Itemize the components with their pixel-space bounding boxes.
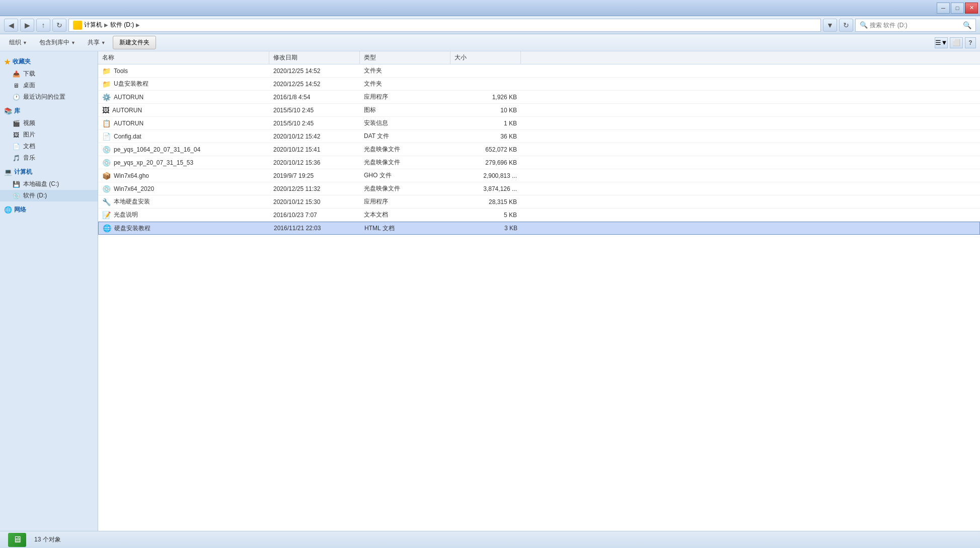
desktop-label: 桌面 (23, 81, 35, 90)
file-name-cell: ⚙️ AUTORUN (98, 91, 269, 103)
network-header[interactable]: 🌐 网络 (0, 203, 98, 216)
computer-section: 💻 计算机 💾 本地磁盘 (C:) 💿 软件 (D:) (0, 166, 98, 201)
file-icon: 📁 (102, 67, 111, 75)
refresh-addr-button[interactable]: ↻ (839, 19, 853, 32)
maximize-button[interactable]: □ (951, 3, 964, 14)
sidebar-item-videos[interactable]: 🎬 视频 (0, 117, 98, 129)
sidebar-item-software-d[interactable]: 💿 软件 (D:) (0, 190, 98, 201)
file-type-cell: 应用程序 (360, 195, 450, 208)
sidebar-item-local-c[interactable]: 💾 本地磁盘 (C:) (0, 178, 98, 190)
file-date-cell: 2016/1/8 4:54 (269, 91, 360, 103)
file-name: Win7x64_2020 (114, 185, 154, 192)
table-row[interactable]: 📋 AUTORUN 2015/5/10 2:45 安装信息 1 KB (98, 117, 980, 130)
table-row[interactable]: ⚙️ AUTORUN 2016/1/8 4:54 应用程序 1,926 KB (98, 91, 980, 104)
file-date-cell: 2020/10/12 15:42 (269, 130, 360, 143)
file-name: 硬盘安装教程 (114, 224, 150, 233)
address-arrow-2: ▶ (136, 22, 140, 28)
table-row[interactable]: 💿 pe_yqs_xp_20_07_31_15_53 2020/10/12 15… (98, 156, 980, 169)
address-dropdown-button[interactable]: ▼ (823, 19, 837, 32)
table-row[interactable]: 📄 Config.dat 2020/10/12 15:42 DAT 文件 36 … (98, 130, 980, 143)
file-type-cell: 应用程序 (360, 91, 450, 103)
file-date-cell: 2020/12/25 11:32 (269, 182, 360, 195)
file-date-cell: 2020/10/12 15:41 (269, 143, 360, 156)
file-name: U盘安装教程 (114, 80, 148, 88)
pictures-label: 图片 (23, 130, 35, 139)
table-row[interactable]: 📦 Win7x64.gho 2019/9/7 19:25 GHO 文件 2,90… (98, 169, 980, 182)
file-date-cell: 2020/12/25 14:52 (269, 78, 360, 90)
table-row[interactable]: 🌐 硬盘安装教程 2016/11/21 22:03 HTML 文档 3 KB (98, 222, 980, 235)
sidebar-item-downloads[interactable]: 📥 下载 (0, 68, 98, 80)
file-type-cell: 光盘映像文件 (360, 156, 450, 169)
file-icon: 💿 (102, 159, 111, 167)
preview-pane-button[interactable]: ⬜ (950, 37, 963, 48)
file-size-cell: 3 KB (451, 222, 521, 234)
network-section: 🌐 网络 (0, 203, 98, 216)
file-size-cell: 652,072 KB (450, 143, 521, 156)
table-row[interactable]: 🔧 本地硬盘安装 2020/10/12 15:30 应用程序 28,315 KB (98, 195, 980, 209)
view-toggle-button[interactable]: ☰▼ (935, 37, 948, 48)
computer-label: 计算机 (14, 168, 32, 176)
network-label: 网络 (14, 206, 26, 214)
file-size-cell: 279,696 KB (450, 156, 521, 169)
column-header-name[interactable]: 名称 (98, 51, 269, 64)
search-bar[interactable]: 🔍 🔍 (855, 19, 976, 32)
back-button[interactable]: ◀ (4, 19, 18, 32)
library-header[interactable]: 📚 库 (0, 105, 98, 117)
file-name: Tools (114, 67, 128, 75)
sidebar-item-desktop[interactable]: 🖥 桌面 (0, 80, 98, 91)
address-bar[interactable]: 计算机 ▶ 软件 (D:) ▶ (68, 19, 821, 32)
file-date-cell: 2020/10/12 15:36 (269, 156, 360, 169)
sidebar-item-music[interactable]: 🎵 音乐 (0, 152, 98, 164)
table-row[interactable]: 🖼 AUTORUN 2015/5/10 2:45 图标 10 KB (98, 104, 980, 117)
table-row[interactable]: 💿 Win7x64_2020 2020/12/25 11:32 光盘映像文件 3… (98, 182, 980, 195)
column-header-size[interactable]: 大小 (450, 51, 521, 64)
file-name-cell: 📋 AUTORUN (98, 117, 269, 129)
table-row[interactable]: 💿 pe_yqs_1064_20_07_31_16_04 2020/10/12 … (98, 143, 980, 156)
file-icon: 💿 (102, 185, 111, 193)
file-name-cell: 💿 pe_yqs_1064_20_07_31_16_04 (98, 143, 269, 156)
music-icon: 🎵 (12, 154, 20, 162)
table-row[interactable]: 📁 U盘安装教程 2020/12/25 14:52 文件夹 (98, 78, 980, 91)
file-date-cell: 2019/9/7 19:25 (269, 169, 360, 182)
close-button[interactable]: ✕ (965, 3, 978, 14)
organize-menu[interactable]: 组织 ▼ (4, 36, 32, 49)
include-library-menu[interactable]: 包含到库中 ▼ (34, 36, 81, 49)
file-type-cell: 光盘映像文件 (360, 182, 450, 195)
column-header-type[interactable]: 类型 (360, 51, 450, 64)
file-date-cell: 2016/10/23 7:07 (269, 209, 360, 221)
address-computer: 计算机 (84, 21, 102, 29)
documents-label: 文档 (23, 142, 35, 151)
share-menu[interactable]: 共享 ▼ (83, 36, 111, 49)
file-date-cell: 2020/12/25 14:52 (269, 64, 360, 77)
sidebar-item-recent[interactable]: 🕐 最近访问的位置 (0, 91, 98, 103)
file-icon: 📦 (102, 172, 111, 180)
search-input[interactable] (870, 22, 961, 29)
main-area: ★ 收藏夹 📥 下载 🖥 桌面 🕐 最近访问的位置 📚 库 (0, 51, 980, 531)
table-row[interactable]: 📝 光盘说明 2016/10/23 7:07 文本文档 5 KB (98, 209, 980, 222)
minimize-button[interactable]: ─ (937, 3, 950, 14)
menubar: 组织 ▼ 包含到库中 ▼ 共享 ▼ 新建文件夹 ☰▼ ⬜ ? (0, 34, 980, 51)
computer-header[interactable]: 💻 计算机 (0, 166, 98, 178)
forward-button[interactable]: ▶ (20, 19, 34, 32)
sidebar-item-pictures[interactable]: 🖼 图片 (0, 129, 98, 141)
sidebar-item-documents[interactable]: 📄 文档 (0, 141, 98, 152)
file-icon: 🌐 (103, 224, 111, 232)
file-name-cell: 💿 Win7x64_2020 (98, 182, 269, 195)
column-header-modified[interactable]: 修改日期 (269, 51, 360, 64)
favorites-header[interactable]: ★ 收藏夹 (0, 55, 98, 68)
table-row[interactable]: 📁 Tools 2020/12/25 14:52 文件夹 (98, 64, 980, 78)
file-size-cell: 2,900,813 ... (450, 169, 521, 182)
search-submit-icon[interactable]: 🔍 (963, 21, 971, 29)
library-label: 库 (14, 107, 20, 115)
help-button[interactable]: ? (965, 37, 976, 48)
new-folder-button[interactable]: 新建文件夹 (113, 36, 156, 49)
window-controls: ─ □ ✕ (937, 3, 978, 14)
up-button[interactable]: ↑ (36, 19, 50, 32)
refresh-button[interactable]: ↻ (52, 19, 66, 32)
organize-chevron: ▼ (23, 40, 27, 45)
file-size-cell: 3,874,126 ... (450, 182, 521, 195)
file-list: 📁 Tools 2020/12/25 14:52 文件夹 📁 U盘安装教程 20… (98, 64, 980, 531)
desktop-icon: 🖥 (12, 82, 20, 90)
file-name-cell: 🔧 本地硬盘安装 (98, 195, 269, 208)
file-icon: 🖼 (102, 106, 109, 114)
